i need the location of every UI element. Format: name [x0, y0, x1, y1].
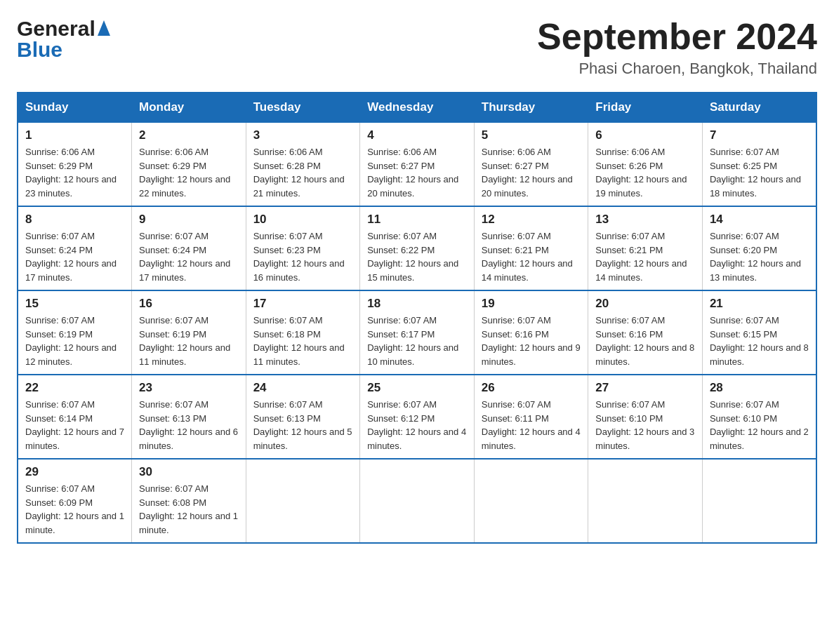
weekday-header-saturday: Saturday — [702, 93, 816, 122]
day-number: 12 — [482, 213, 581, 227]
calendar-week-row: 22Sunrise: 6:07 AMSunset: 6:14 PMDayligh… — [18, 375, 816, 459]
day-info: Sunrise: 6:06 AMSunset: 6:29 PMDaylight:… — [139, 145, 239, 200]
day-number: 1 — [25, 128, 124, 142]
day-info: Sunrise: 6:07 AMSunset: 6:19 PMDaylight:… — [139, 314, 239, 368]
calendar-table: SundayMondayTuesdayWednesdayThursdayFrid… — [17, 92, 817, 544]
calendar-cell: 14Sunrise: 6:07 AMSunset: 6:20 PMDayligh… — [702, 206, 816, 290]
page-header: General Blue September 2024 Phasi Charoe… — [17, 17, 817, 78]
day-number: 25 — [367, 381, 467, 395]
day-info: Sunrise: 6:07 AMSunset: 6:20 PMDaylight:… — [710, 229, 809, 284]
day-number: 20 — [595, 297, 695, 311]
day-info: Sunrise: 6:07 AMSunset: 6:18 PMDaylight:… — [253, 314, 353, 368]
calendar-cell: 3Sunrise: 6:06 AMSunset: 6:28 PMDaylight… — [246, 122, 360, 206]
calendar-cell: 12Sunrise: 6:07 AMSunset: 6:21 PMDayligh… — [474, 206, 588, 290]
day-number: 4 — [367, 128, 467, 142]
day-info: Sunrise: 6:07 AMSunset: 6:21 PMDaylight:… — [595, 229, 695, 284]
weekday-header-tuesday: Tuesday — [246, 93, 360, 122]
day-number: 10 — [253, 213, 353, 227]
svg-marker-0 — [98, 20, 110, 36]
day-info: Sunrise: 6:07 AMSunset: 6:16 PMDaylight:… — [482, 314, 581, 368]
day-info: Sunrise: 6:06 AMSunset: 6:27 PMDaylight:… — [367, 145, 467, 200]
logo-blue-text: Blue — [17, 38, 62, 62]
calendar-cell: 21Sunrise: 6:07 AMSunset: 6:15 PMDayligh… — [702, 290, 816, 375]
calendar-cell — [246, 459, 360, 543]
day-number: 15 — [25, 297, 124, 311]
calendar-cell: 7Sunrise: 6:07 AMSunset: 6:25 PMDaylight… — [702, 122, 816, 206]
calendar-cell: 30Sunrise: 6:07 AMSunset: 6:08 PMDayligh… — [132, 459, 246, 543]
day-info: Sunrise: 6:07 AMSunset: 6:13 PMDaylight:… — [139, 398, 239, 452]
day-number: 7 — [710, 128, 809, 142]
calendar-cell: 26Sunrise: 6:07 AMSunset: 6:11 PMDayligh… — [474, 375, 588, 459]
day-number: 23 — [139, 381, 239, 395]
day-number: 21 — [710, 297, 809, 311]
day-info: Sunrise: 6:07 AMSunset: 6:10 PMDaylight:… — [595, 398, 695, 452]
day-info: Sunrise: 6:07 AMSunset: 6:23 PMDaylight:… — [253, 229, 353, 284]
calendar-cell: 6Sunrise: 6:06 AMSunset: 6:26 PMDaylight… — [588, 122, 703, 206]
day-info: Sunrise: 6:07 AMSunset: 6:19 PMDaylight:… — [25, 314, 124, 368]
day-number: 17 — [253, 297, 353, 311]
day-number: 11 — [367, 213, 467, 227]
calendar-cell — [360, 459, 475, 543]
calendar-cell: 5Sunrise: 6:06 AMSunset: 6:27 PMDaylight… — [474, 122, 588, 206]
logo-triangle-icon — [98, 20, 110, 39]
calendar-cell: 16Sunrise: 6:07 AMSunset: 6:19 PMDayligh… — [132, 290, 246, 375]
day-info: Sunrise: 6:07 AMSunset: 6:21 PMDaylight:… — [482, 229, 581, 284]
weekday-header-friday: Friday — [588, 93, 703, 122]
day-number: 3 — [253, 128, 353, 142]
month-title: September 2024 — [537, 17, 817, 57]
day-info: Sunrise: 6:06 AMSunset: 6:26 PMDaylight:… — [595, 145, 695, 200]
day-number: 9 — [139, 213, 239, 227]
calendar-cell: 20Sunrise: 6:07 AMSunset: 6:16 PMDayligh… — [588, 290, 703, 375]
day-number: 22 — [25, 381, 124, 395]
calendar-cell: 9Sunrise: 6:07 AMSunset: 6:24 PMDaylight… — [132, 206, 246, 290]
day-info: Sunrise: 6:07 AMSunset: 6:17 PMDaylight:… — [367, 314, 467, 368]
calendar-cell: 2Sunrise: 6:06 AMSunset: 6:29 PMDaylight… — [132, 122, 246, 206]
day-number: 27 — [595, 381, 695, 395]
day-info: Sunrise: 6:07 AMSunset: 6:10 PMDaylight:… — [710, 398, 809, 452]
calendar-cell: 28Sunrise: 6:07 AMSunset: 6:10 PMDayligh… — [702, 375, 816, 459]
day-info: Sunrise: 6:06 AMSunset: 6:27 PMDaylight:… — [482, 145, 581, 200]
calendar-cell: 23Sunrise: 6:07 AMSunset: 6:13 PMDayligh… — [132, 375, 246, 459]
day-info: Sunrise: 6:07 AMSunset: 6:25 PMDaylight:… — [710, 145, 809, 200]
day-number: 16 — [139, 297, 239, 311]
calendar-cell: 18Sunrise: 6:07 AMSunset: 6:17 PMDayligh… — [360, 290, 475, 375]
day-info: Sunrise: 6:07 AMSunset: 6:15 PMDaylight:… — [710, 314, 809, 368]
day-info: Sunrise: 6:07 AMSunset: 6:12 PMDaylight:… — [367, 398, 467, 452]
calendar-cell: 17Sunrise: 6:07 AMSunset: 6:18 PMDayligh… — [246, 290, 360, 375]
day-number: 2 — [139, 128, 239, 142]
day-number: 8 — [25, 213, 124, 227]
weekday-header-wednesday: Wednesday — [360, 93, 475, 122]
calendar-cell — [474, 459, 588, 543]
calendar-cell — [588, 459, 703, 543]
calendar-week-row: 8Sunrise: 6:07 AMSunset: 6:24 PMDaylight… — [18, 206, 816, 290]
calendar-cell: 25Sunrise: 6:07 AMSunset: 6:12 PMDayligh… — [360, 375, 475, 459]
calendar-cell: 24Sunrise: 6:07 AMSunset: 6:13 PMDayligh… — [246, 375, 360, 459]
day-info: Sunrise: 6:07 AMSunset: 6:08 PMDaylight:… — [139, 482, 239, 537]
day-info: Sunrise: 6:07 AMSunset: 6:09 PMDaylight:… — [25, 482, 124, 537]
day-number: 30 — [139, 465, 239, 479]
day-info: Sunrise: 6:06 AMSunset: 6:28 PMDaylight:… — [253, 145, 353, 200]
calendar-cell: 8Sunrise: 6:07 AMSunset: 6:24 PMDaylight… — [18, 206, 132, 290]
day-info: Sunrise: 6:07 AMSunset: 6:16 PMDaylight:… — [595, 314, 695, 368]
logo-general-text: General — [17, 17, 95, 41]
title-area: September 2024 Phasi Charoen, Bangkok, T… — [537, 17, 817, 78]
day-number: 28 — [710, 381, 809, 395]
calendar-cell: 13Sunrise: 6:07 AMSunset: 6:21 PMDayligh… — [588, 206, 703, 290]
calendar-week-row: 15Sunrise: 6:07 AMSunset: 6:19 PMDayligh… — [18, 290, 816, 375]
calendar-cell: 22Sunrise: 6:07 AMSunset: 6:14 PMDayligh… — [18, 375, 132, 459]
calendar-cell: 11Sunrise: 6:07 AMSunset: 6:22 PMDayligh… — [360, 206, 475, 290]
day-number: 19 — [482, 297, 581, 311]
calendar-cell: 15Sunrise: 6:07 AMSunset: 6:19 PMDayligh… — [18, 290, 132, 375]
logo: General Blue — [17, 17, 110, 62]
calendar-week-row: 1Sunrise: 6:06 AMSunset: 6:29 PMDaylight… — [18, 122, 816, 206]
calendar-cell: 4Sunrise: 6:06 AMSunset: 6:27 PMDaylight… — [360, 122, 475, 206]
day-info: Sunrise: 6:07 AMSunset: 6:14 PMDaylight:… — [25, 398, 124, 452]
day-info: Sunrise: 6:06 AMSunset: 6:29 PMDaylight:… — [25, 145, 124, 200]
day-number: 29 — [25, 465, 124, 479]
day-info: Sunrise: 6:07 AMSunset: 6:11 PMDaylight:… — [482, 398, 581, 452]
calendar-header-row: SundayMondayTuesdayWednesdayThursdayFrid… — [18, 93, 816, 122]
day-info: Sunrise: 6:07 AMSunset: 6:24 PMDaylight:… — [139, 229, 239, 284]
calendar-week-row: 29Sunrise: 6:07 AMSunset: 6:09 PMDayligh… — [18, 459, 816, 543]
weekday-header-sunday: Sunday — [18, 93, 132, 122]
calendar-cell: 27Sunrise: 6:07 AMSunset: 6:10 PMDayligh… — [588, 375, 703, 459]
